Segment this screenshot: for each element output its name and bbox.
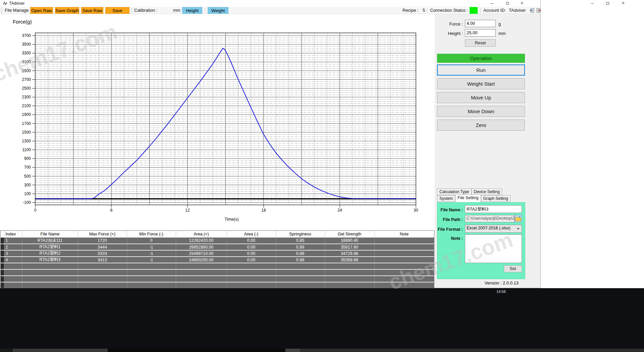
column-header[interactable]: Area (+) [176,231,227,237]
reset-button[interactable]: Reset [465,39,496,47]
table-row[interactable] [1,282,434,288]
tab-file-setting[interactable]: File Setting [455,194,481,202]
row-selector[interactable] [1,237,4,244]
save-graph-button[interactable]: Save Graph [55,7,79,14]
browse-folder-button[interactable] [515,215,522,222]
toolbar-grip[interactable] [1,8,2,13]
table-cell [227,276,276,282]
tab-calculation-type[interactable]: Calculation Type [437,188,472,195]
table-row[interactable] [1,263,434,269]
row-selector[interactable] [1,263,4,269]
table-cell [374,276,434,282]
minimize-icon[interactable] [587,0,598,6]
maximize-icon[interactable] [602,0,613,6]
taskbar-segment[interactable] [300,349,644,352]
table-cell: 24650200.00 [176,257,227,263]
row-selector[interactable] [1,269,4,276]
file-format-select[interactable]: Excel 2007-2016 (.xlsx) [465,225,522,233]
toolbar-separator [205,8,205,13]
column-header[interactable]: Note [374,231,434,237]
title-bar[interactable]: TAdviser ✕ [0,0,540,7]
column-header[interactable]: File Name [22,231,78,237]
calibration-unit: mm [173,8,180,13]
weight-start-button[interactable]: Weight Start [437,78,525,89]
table-cell: RTA2泡沫111 [22,237,78,244]
logout-icon[interactable] [536,8,541,13]
app-maximize-icon[interactable] [502,0,513,6]
taskbar-segment[interactable] [285,349,300,352]
table-cell [22,263,78,269]
toolbar: File Manage : Open Raw Save Graph Save R… [0,7,540,14]
force-input[interactable]: 4.00 [465,20,496,27]
table-row[interactable]: 3RTA2塑料23333-125499710.000.000.8934729.8… [1,250,434,257]
x-axis-title: Time(s) [225,217,239,222]
set-button[interactable]: Set [504,265,522,272]
login-icon[interactable] [529,8,535,13]
recipe-label: Recipe : [402,8,419,13]
row-selector[interactable] [1,250,4,257]
table-cell [276,276,325,282]
column-header[interactable]: Area (-) [227,231,276,237]
taskbar-segment[interactable] [0,349,13,352]
file-name-input[interactable]: RTA2塑料3 [465,205,522,213]
height-button[interactable]: Height [182,7,202,14]
table-cell: 2 [4,244,22,250]
table-cell [22,282,78,288]
tab-system[interactable]: System [437,195,455,202]
table-row[interactable] [1,269,434,276]
y-tick-label: 3700 [22,33,31,38]
move-down-button[interactable]: Move Down [437,106,525,117]
table-cell: RTA2塑料2 [22,250,78,257]
app-close-icon[interactable]: ✕ [517,0,527,6]
row-selector[interactable] [1,282,4,288]
operation-header[interactable]: Operation [437,54,525,63]
results-table[interactable]: IndexFile NameMax Force (+)Min Force (-)… [0,230,434,288]
table-cell: 1 [4,237,22,244]
table-row[interactable]: 2RTA2塑料13444-126852880.000.000.8935817.6… [1,244,434,250]
app-minimize-icon[interactable] [487,0,497,6]
table-cell: 1720 [78,237,127,244]
file-path-input[interactable]: C:\Users\aiyaziji\Desktop\20 [465,215,515,222]
tab-device-setting[interactable]: Device Setting [472,188,502,195]
table-cell [78,269,127,276]
table-cell: 0.88 [276,257,325,263]
close-icon[interactable]: ✕ [618,0,629,6]
tab-graph-setting[interactable]: Graph Setting [481,195,511,202]
column-header[interactable]: Gel Strength [325,231,374,237]
table-cell [176,263,227,269]
y-tick-label: 700 [24,165,31,170]
row-selector[interactable] [1,276,4,282]
table-row[interactable]: 4RTA2塑料33413-124650200.000.000.8835358.6… [1,257,434,263]
table-cell: 3413 [78,257,127,263]
calibration-label: Calibration : [134,8,157,13]
zero-button[interactable]: Zero [437,120,525,131]
run-button[interactable]: Run [437,64,525,76]
table-row[interactable]: 1RTA2泡沫1111720012262420.000.000.8516890.… [1,237,434,244]
taskbar-segment[interactable] [13,349,108,352]
window-title: TAdviser [9,1,24,6]
table-cell: 3 [4,250,22,257]
column-header[interactable]: Min Force (-) [127,231,176,237]
table-cell [4,263,22,269]
y-tick-label: 3100 [22,59,31,64]
file-manage-label: File Manage : [5,8,31,13]
height-input[interactable]: 25.00 [465,29,496,37]
taskbar-segment[interactable] [108,349,285,352]
y-tick-label: 1700 [22,121,31,126]
row-selector[interactable] [1,244,4,250]
table-row[interactable] [1,276,434,282]
column-header[interactable]: Max Force (+) [78,231,127,237]
table-cell [227,282,276,288]
file-format-label: File Format : [435,227,463,232]
column-header[interactable]: Springiness [276,231,325,237]
move-up-button[interactable]: Move Up [437,92,525,103]
force-label: Force : [435,21,463,27]
column-header[interactable]: Index [4,231,22,237]
save-result-button[interactable]: Save Result [105,7,129,14]
row-selector[interactable] [1,257,4,263]
save-raw-button[interactable]: Save Raw [81,7,103,14]
note-textarea[interactable] [465,234,522,263]
open-raw-button[interactable]: Open Raw [30,7,53,14]
app-window: TAdviser ✕ File Manage : Open Raw Save G… [0,0,541,288]
weight-button[interactable]: Weight [208,7,228,14]
